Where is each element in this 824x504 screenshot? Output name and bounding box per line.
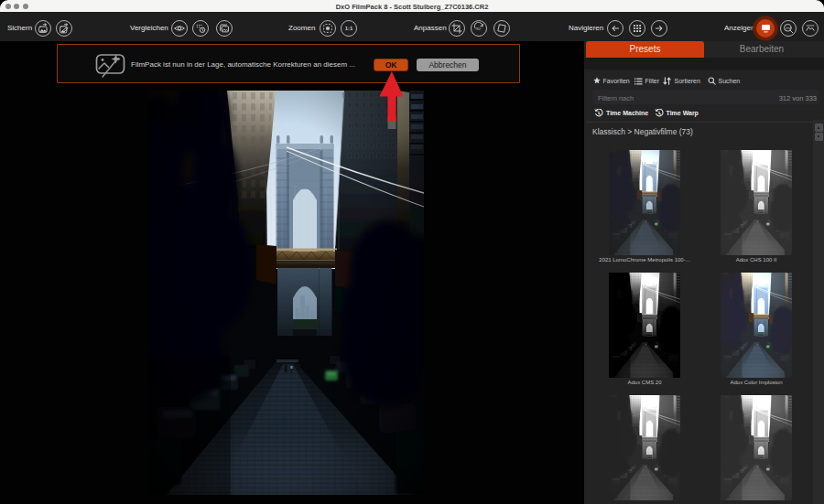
svg-text:1:1: 1:1 xyxy=(345,26,353,31)
svg-text:90°: 90° xyxy=(476,27,482,31)
